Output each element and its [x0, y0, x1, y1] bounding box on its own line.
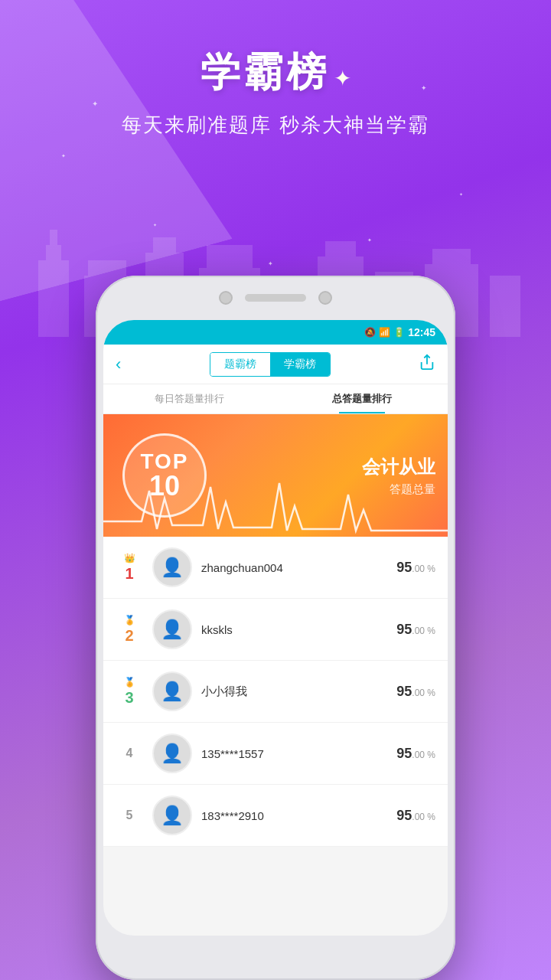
status-bar: 🔕 📶 🔋 12:45 — [103, 320, 448, 345]
user-icon-5: 👤 — [161, 805, 184, 826]
rank-num-wrapper-4: 4 — [116, 746, 143, 760]
avatar-4: 👤 — [152, 733, 192, 773]
rank-number-1: 1 — [119, 565, 140, 583]
header-subtitle: 每天来刷准题库 秒杀大神当学霸 — [0, 112, 551, 139]
svg-rect-6 — [153, 237, 176, 254]
phone-outer: 🔕 📶 🔋 12:45 ‹ 题霸榜 学霸榜 — [96, 276, 455, 980]
sparkle-icon: ✦ — [334, 67, 351, 90]
tab-tiba[interactable]: 题霸榜 — [210, 353, 270, 376]
svg-rect-1 — [46, 245, 61, 260]
table-row: 🏅 3 👤 小小得我 95.00 % — [103, 661, 448, 723]
score-small-4: .00 % — [412, 750, 435, 760]
mute-icon: 🔕 — [364, 327, 376, 338]
table-row: 🏅 2 👤 kkskls 95.00 % — [103, 599, 448, 661]
rank-name-5: 183****2910 — [201, 809, 387, 822]
table-row: 👑 1 👤 zhangchuan004 95.00 % — [103, 537, 448, 599]
rank-score-2: 95.00 % — [396, 622, 435, 638]
svg-rect-14 — [432, 249, 471, 266]
rank-num-wrapper-5: 5 — [116, 808, 143, 822]
rank-score-1: 95.00 % — [396, 560, 435, 576]
svg-rect-8 — [207, 245, 253, 270]
svg-rect-2 — [50, 230, 57, 247]
svg-rect-0 — [38, 260, 69, 337]
nav-bar: ‹ 题霸榜 学霸榜 — [103, 345, 448, 384]
phone-screen: 🔕 📶 🔋 12:45 ‹ 题霸榜 学霸榜 — [103, 320, 448, 936]
score-small-5: .00 % — [412, 812, 435, 822]
rank-number-5: 5 — [119, 808, 140, 822]
phone-wrapper: 🔕 📶 🔋 12:45 ‹ 题霸榜 学霸榜 — [96, 276, 455, 980]
table-row: 5 👤 183****2910 95.00 % — [103, 785, 448, 847]
header-section: 学霸榜✦ 每天来刷准题库 秒杀大神当学霸 — [0, 46, 551, 139]
phone-top-bar — [219, 291, 332, 305]
avatar-2: 👤 — [152, 609, 192, 649]
score-small-2: .00 % — [412, 626, 435, 636]
phone-camera-right — [318, 291, 332, 305]
phone-camera-left — [219, 291, 233, 305]
svg-rect-4 — [88, 260, 126, 277]
rank-number-4: 4 — [119, 746, 140, 760]
share-button[interactable] — [419, 354, 435, 374]
signal-bars-icon: 📶 — [379, 327, 390, 338]
crown-icon-2: 🏅 — [124, 615, 135, 626]
sub-tabs: 每日答题量排行 总答题量排行 — [103, 384, 448, 414]
svg-rect-11 — [325, 241, 356, 258]
score-big-4: 95 — [396, 746, 412, 761]
score-big-5: 95 — [396, 808, 412, 823]
rank-score-5: 95.00 % — [396, 808, 435, 824]
rank-number-2: 2 — [119, 627, 140, 645]
tab-xueba[interactable]: 学霸榜 — [270, 353, 330, 376]
title-text: 学霸榜 — [201, 50, 329, 94]
rank-num-wrapper-1: 👑 1 — [116, 553, 143, 583]
avatar-3: 👤 — [152, 671, 192, 711]
sub-tab-daily[interactable]: 每日答题量排行 — [103, 384, 276, 413]
status-icons: 🔕 📶 🔋 12:45 — [364, 326, 435, 338]
user-icon-1: 👤 — [161, 557, 184, 578]
score-big-3: 95 — [396, 684, 412, 699]
status-time: 12:45 — [408, 326, 435, 338]
rank-name-1: zhangchuan004 — [201, 561, 387, 574]
user-icon-2: 👤 — [161, 619, 184, 640]
score-small-1: .00 % — [412, 564, 435, 574]
rank-number-3: 3 — [119, 689, 140, 707]
heartbeat-chart — [103, 475, 448, 537]
top-text: TOP — [140, 451, 188, 472]
avatar-5: 👤 — [152, 795, 192, 835]
rank-name-2: kkskls — [201, 623, 387, 636]
banner: TOP 10 会计从业 答题总量 — [103, 414, 448, 537]
crown-icon-3: 🏅 — [124, 677, 135, 688]
ranking-list: 👑 1 👤 zhangchuan004 95.00 % 🏅 2 — [103, 537, 448, 847]
battery-icon: 🔋 — [393, 327, 405, 338]
rank-num-wrapper-3: 🏅 3 — [116, 677, 143, 707]
nav-tabs: 题霸榜 学霸榜 — [210, 352, 331, 377]
phone-side-button — [454, 429, 455, 475]
page-title: 学霸榜✦ — [0, 46, 551, 100]
crown-icon-1: 👑 — [124, 553, 135, 564]
score-big-1: 95 — [396, 560, 412, 575]
svg-rect-15 — [490, 276, 520, 337]
score-big-2: 95 — [396, 622, 412, 637]
rank-score-4: 95.00 % — [396, 746, 435, 762]
rank-score-3: 95.00 % — [396, 684, 435, 700]
user-icon-4: 👤 — [161, 743, 184, 764]
avatar-1: 👤 — [152, 547, 192, 587]
table-row: 4 👤 135****1557 95.00 % — [103, 723, 448, 785]
sub-tab-total[interactable]: 总答题量排行 — [276, 384, 448, 413]
phone-speaker — [245, 294, 306, 302]
rank-name-4: 135****1557 — [201, 747, 387, 760]
rank-name-3: 小小得我 — [201, 684, 387, 699]
back-button[interactable]: ‹ — [116, 354, 121, 374]
score-small-3: .00 % — [412, 688, 435, 698]
user-icon-3: 👤 — [161, 681, 184, 702]
rank-num-wrapper-2: 🏅 2 — [116, 615, 143, 645]
